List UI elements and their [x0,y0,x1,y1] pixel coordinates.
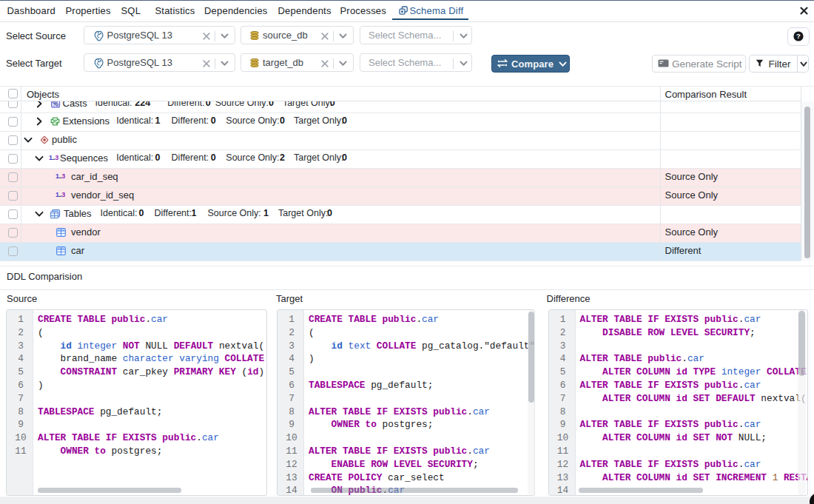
svg-text:?: ? [796,33,801,41]
